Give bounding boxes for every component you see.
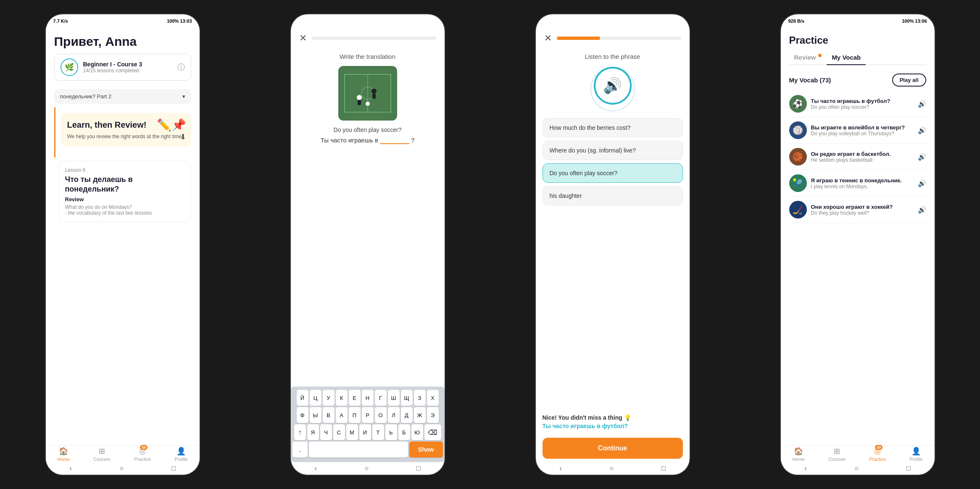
sound-icon-1[interactable]: 🔊 (918, 100, 926, 108)
key-и[interactable]: И (359, 424, 371, 440)
nav-profile-4[interactable]: 👤 Profile (909, 447, 922, 462)
key-э[interactable]: Э (427, 407, 439, 423)
backspace-key[interactable]: ⌫ (424, 424, 441, 440)
key-д[interactable]: Д (401, 407, 413, 423)
play-all-button[interactable]: Play all (892, 74, 926, 87)
sound-icon-5[interactable]: 🔊 (918, 206, 926, 214)
nav-courses-4[interactable]: ⊞ Courses (828, 447, 846, 462)
vocab-avatar-2: 🏐 (789, 121, 807, 139)
key-ю[interactable]: Ю (411, 424, 423, 440)
key-л[interactable]: Л (388, 407, 400, 423)
space-key[interactable] (309, 442, 408, 457)
show-button[interactable]: Show (409, 442, 443, 457)
option-3[interactable]: Do you often play soccer? (543, 163, 683, 183)
svg-point-8 (366, 102, 370, 106)
key-п[interactable]: П (349, 407, 361, 423)
course-card[interactable]: 🌿 Beginner I - Course 3 14/15 lessons co… (54, 54, 191, 81)
option-1[interactable]: How much do the berries cost? (543, 118, 683, 137)
option-4[interactable]: his daughter (543, 186, 683, 205)
answer-options: How much do the berries cost? Where do y… (543, 118, 683, 205)
back-btn-2[interactable]: ‹ (314, 465, 316, 472)
key-у[interactable]: У (323, 390, 335, 406)
sound-icon-3[interactable]: 🔊 (918, 153, 926, 161)
key-щ[interactable]: Щ (401, 390, 413, 406)
nav-home-4[interactable]: 🏠 Home (793, 447, 805, 462)
shift-key[interactable]: ↑ (294, 424, 306, 440)
key-з[interactable]: З (414, 390, 426, 406)
key-ж[interactable]: Ж (414, 407, 426, 423)
phone-1: 7.7 K/s 100% 13:03 Привет, Anna 🌿 Beginn… (45, 13, 200, 476)
nav-home-1[interactable]: 🏠 Home (58, 447, 70, 462)
key-ч[interactable]: Ч (320, 424, 332, 440)
continue-button[interactable]: Continue (543, 438, 683, 459)
key-б[interactable]: Б (398, 424, 410, 440)
recent-btn-2[interactable]: □ (416, 465, 421, 472)
status-left-1: 7.7 K/s (53, 18, 68, 24)
key-м[interactable]: М (346, 424, 358, 440)
back-btn-3[interactable]: ‹ (559, 465, 561, 472)
back-btn-4[interactable]: ‹ (804, 465, 806, 472)
key-в[interactable]: В (323, 407, 335, 423)
home-btn-3[interactable]: ○ (609, 465, 614, 472)
key-я[interactable]: Я (307, 424, 319, 440)
lesson-card[interactable]: Lesson 6 Что ты делаешь в понедельник? R… (59, 161, 191, 222)
audio-circle[interactable]: 🔊 (594, 67, 632, 105)
key-а[interactable]: А (336, 407, 348, 423)
back-btn-1[interactable]: ‹ (69, 465, 71, 472)
comma-key[interactable]: , (292, 442, 308, 457)
cyrillic-keyboard: Й Ц У К Е Н Г Ш Щ З Х Ф Ы (291, 386, 445, 462)
key-ц[interactable]: Ц (310, 390, 321, 406)
course-icon: 🌿 (61, 58, 78, 76)
nav-practice-1[interactable]: ◎ 59 Practice (134, 447, 151, 462)
option-2[interactable]: Where do you (sg. informal) live? (543, 141, 683, 160)
key-н[interactable]: Н (362, 390, 374, 406)
status-bar-2 (291, 14, 445, 28)
home-btn-2[interactable]: ○ (364, 465, 369, 472)
key-г[interactable]: Г (375, 390, 387, 406)
recent-btn-4[interactable]: □ (906, 465, 911, 472)
key-с[interactable]: С (333, 424, 345, 440)
close-button-3[interactable]: ✕ (544, 33, 552, 44)
tab-review[interactable]: Review (789, 51, 827, 64)
recent-btn-1[interactable]: □ (171, 465, 176, 472)
nav-profile-1[interactable]: 👤 Profile (174, 447, 187, 462)
vocab-header: My Vocab (73) Play all (781, 74, 935, 91)
key-к[interactable]: К (336, 390, 348, 406)
home-btn-1[interactable]: ○ (119, 465, 124, 472)
home-btn-4[interactable]: ○ (854, 465, 859, 472)
screen-3-content: ✕ Listen to the phrase 🔊 (536, 28, 690, 475)
nav-courses-label-4: Courses (828, 457, 846, 462)
key-ф[interactable]: Ф (297, 407, 308, 423)
system-nav-3: ‹ ○ □ (536, 462, 690, 475)
key-х[interactable]: Х (427, 390, 439, 406)
vocab-avatar-4: 🎾 (789, 174, 807, 192)
tab-my-vocab[interactable]: My Vocab (827, 51, 866, 65)
key-й[interactable]: Й (297, 390, 308, 406)
nav-practice-4[interactable]: ◎ 49 Practice (869, 447, 886, 462)
sound-icon-4[interactable]: 🔊 (918, 179, 926, 187)
info-icon[interactable]: ⓘ (177, 62, 185, 72)
key-ь[interactable]: Ь (385, 424, 397, 440)
key-ы[interactable]: Ы (310, 407, 321, 423)
nav-courses-1[interactable]: ⊞ Courses (93, 447, 111, 462)
vocab-text-2: Вы играете в волейбол в четверг? Do you … (811, 124, 914, 137)
recent-btn-3[interactable]: □ (661, 465, 666, 472)
key-ш[interactable]: Ш (388, 390, 400, 406)
nav-practice-label-1: Practice (134, 457, 151, 462)
dropdown-text: понедельник? Part 2 (60, 93, 112, 100)
exercise-content-3: Listen to the phrase 🔊 How much do the b… (536, 49, 690, 409)
dropdown-bar[interactable]: понедельник? Part 2 ▾ (54, 89, 191, 104)
key-р[interactable]: Р (362, 407, 374, 423)
close-button-2[interactable]: ✕ (299, 33, 307, 44)
vocab-english-2: Do you play volleyball on Thursdays? (811, 131, 914, 137)
key-т[interactable]: Т (372, 424, 384, 440)
download-icon[interactable]: ⬇ (180, 132, 186, 142)
key-о[interactable]: О (375, 407, 387, 423)
feedback-correct: Ты часто играешь в футбол? (543, 423, 683, 429)
sound-icon-2[interactable]: 🔊 (918, 126, 926, 134)
phone-3: ✕ Listen to the phrase 🔊 (535, 13, 690, 476)
vocab-item-2: 🏐 Вы играете в волейбол в четверг? Do yo… (789, 117, 926, 144)
translation-blank[interactable] (380, 136, 409, 144)
key-е[interactable]: Е (349, 390, 361, 406)
lesson-number: Lesson 6 (65, 167, 185, 173)
